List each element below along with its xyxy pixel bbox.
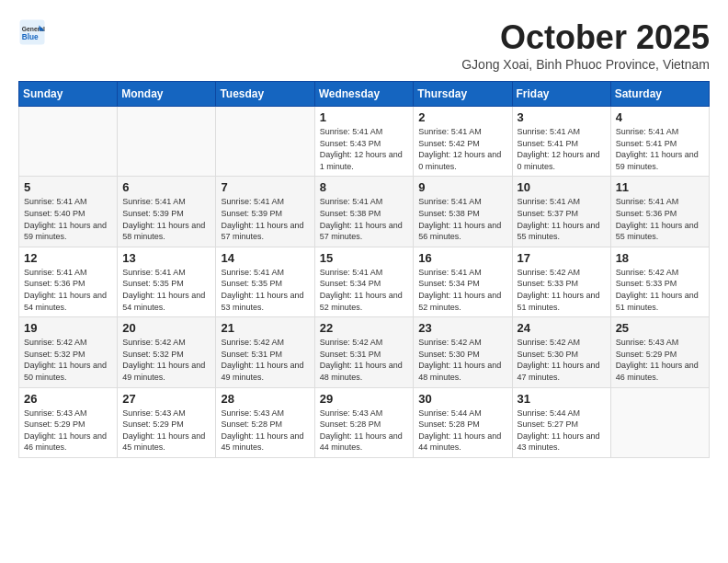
calendar-cell: 14Sunrise: 5:41 AM Sunset: 5:35 PM Dayli… — [216, 247, 314, 316]
day-number: 2 — [418, 110, 506, 124]
calendar-cell: 22Sunrise: 5:42 AM Sunset: 5:31 PM Dayli… — [314, 317, 414, 387]
weekday-header: Sunday — [19, 82, 118, 107]
day-number: 6 — [122, 180, 210, 194]
day-info: Sunrise: 5:43 AM Sunset: 5:29 PM Dayligh… — [24, 408, 112, 454]
weekday-header: Monday — [118, 82, 216, 107]
calendar-cell: 18Sunrise: 5:42 AM Sunset: 5:33 PM Dayli… — [610, 247, 709, 316]
day-number: 12 — [24, 251, 112, 265]
calendar-cell: 7Sunrise: 5:41 AM Sunset: 5:39 PM Daylig… — [216, 177, 314, 247]
calendar-cell: 5Sunrise: 5:41 AM Sunset: 5:40 PM Daylig… — [19, 177, 118, 247]
day-number: 8 — [320, 180, 409, 194]
calendar-cell — [216, 107, 314, 177]
calendar-cell: 20Sunrise: 5:42 AM Sunset: 5:32 PM Dayli… — [118, 317, 216, 387]
day-number: 9 — [418, 180, 506, 194]
day-info: Sunrise: 5:42 AM Sunset: 5:30 PM Dayligh… — [518, 337, 606, 383]
day-info: Sunrise: 5:41 AM Sunset: 5:35 PM Dayligh… — [122, 267, 210, 313]
day-number: 10 — [518, 180, 606, 194]
weekday-header: Tuesday — [216, 82, 314, 107]
calendar-cell: 8Sunrise: 5:41 AM Sunset: 5:38 PM Daylig… — [314, 177, 414, 247]
day-number: 24 — [518, 321, 606, 335]
day-info: Sunrise: 5:41 AM Sunset: 5:36 PM Dayligh… — [616, 196, 704, 242]
calendar-cell: 3Sunrise: 5:41 AM Sunset: 5:41 PM Daylig… — [512, 107, 610, 177]
calendar-cell — [19, 107, 118, 177]
calendar-cell: 15Sunrise: 5:41 AM Sunset: 5:34 PM Dayli… — [314, 247, 414, 316]
day-number: 22 — [320, 321, 409, 335]
calendar-cell: 12Sunrise: 5:41 AM Sunset: 5:36 PM Dayli… — [19, 247, 118, 316]
day-number: 17 — [518, 251, 606, 265]
day-number: 25 — [616, 321, 704, 335]
day-info: Sunrise: 5:41 AM Sunset: 5:36 PM Dayligh… — [24, 267, 112, 313]
calendar-cell: 16Sunrise: 5:41 AM Sunset: 5:34 PM Dayli… — [414, 247, 512, 316]
day-number: 1 — [320, 110, 409, 124]
day-info: Sunrise: 5:42 AM Sunset: 5:30 PM Dayligh… — [418, 337, 506, 383]
day-info: Sunrise: 5:43 AM Sunset: 5:29 PM Dayligh… — [122, 408, 210, 454]
calendar-cell — [610, 387, 709, 457]
calendar-week-row: 12Sunrise: 5:41 AM Sunset: 5:36 PM Dayli… — [19, 247, 710, 316]
day-info: Sunrise: 5:41 AM Sunset: 5:42 PM Dayligh… — [418, 126, 506, 172]
calendar-cell: 23Sunrise: 5:42 AM Sunset: 5:30 PM Dayli… — [414, 317, 512, 387]
day-info: Sunrise: 5:41 AM Sunset: 5:39 PM Dayligh… — [122, 196, 210, 242]
calendar-cell: 26Sunrise: 5:43 AM Sunset: 5:29 PM Dayli… — [19, 387, 118, 457]
day-number: 28 — [221, 392, 309, 406]
day-info: Sunrise: 5:42 AM Sunset: 5:31 PM Dayligh… — [320, 337, 409, 383]
day-number: 13 — [122, 251, 210, 265]
weekday-header: Saturday — [610, 82, 709, 107]
day-number: 15 — [320, 251, 409, 265]
title-area: October 2025 GJong Xoai, Binh Phuoc Prov… — [461, 18, 710, 72]
day-info: Sunrise: 5:41 AM Sunset: 5:38 PM Dayligh… — [418, 196, 506, 242]
calendar-week-row: 1Sunrise: 5:41 AM Sunset: 5:43 PM Daylig… — [19, 107, 710, 177]
day-info: Sunrise: 5:41 AM Sunset: 5:40 PM Dayligh… — [24, 196, 112, 242]
day-number: 21 — [221, 321, 309, 335]
calendar-cell: 19Sunrise: 5:42 AM Sunset: 5:32 PM Dayli… — [19, 317, 118, 387]
day-info: Sunrise: 5:42 AM Sunset: 5:32 PM Dayligh… — [122, 337, 210, 383]
calendar-cell: 30Sunrise: 5:44 AM Sunset: 5:28 PM Dayli… — [414, 387, 512, 457]
calendar-week-row: 26Sunrise: 5:43 AM Sunset: 5:29 PM Dayli… — [19, 387, 710, 457]
day-number: 4 — [616, 110, 704, 124]
calendar-cell: 21Sunrise: 5:42 AM Sunset: 5:31 PM Dayli… — [216, 317, 314, 387]
day-number: 20 — [122, 321, 210, 335]
day-info: Sunrise: 5:42 AM Sunset: 5:33 PM Dayligh… — [518, 267, 606, 313]
day-number: 14 — [221, 251, 309, 265]
day-info: Sunrise: 5:42 AM Sunset: 5:31 PM Dayligh… — [221, 337, 309, 383]
day-number: 11 — [616, 180, 704, 194]
calendar-cell: 27Sunrise: 5:43 AM Sunset: 5:29 PM Dayli… — [118, 387, 216, 457]
day-info: Sunrise: 5:44 AM Sunset: 5:27 PM Dayligh… — [518, 408, 606, 454]
calendar-cell: 9Sunrise: 5:41 AM Sunset: 5:38 PM Daylig… — [414, 177, 512, 247]
day-number: 29 — [320, 392, 409, 406]
day-info: Sunrise: 5:41 AM Sunset: 5:39 PM Dayligh… — [221, 196, 309, 242]
day-number: 19 — [24, 321, 112, 335]
day-info: Sunrise: 5:41 AM Sunset: 5:34 PM Dayligh… — [418, 267, 506, 313]
calendar-cell: 6Sunrise: 5:41 AM Sunset: 5:39 PM Daylig… — [118, 177, 216, 247]
day-info: Sunrise: 5:41 AM Sunset: 5:38 PM Dayligh… — [320, 196, 409, 242]
day-number: 3 — [518, 110, 606, 124]
day-number: 5 — [24, 180, 112, 194]
day-info: Sunrise: 5:43 AM Sunset: 5:29 PM Dayligh… — [616, 337, 704, 383]
weekday-header: Thursday — [414, 82, 512, 107]
calendar-cell — [118, 107, 216, 177]
day-number: 30 — [418, 392, 506, 406]
day-info: Sunrise: 5:41 AM Sunset: 5:41 PM Dayligh… — [518, 126, 606, 172]
day-number: 16 — [418, 251, 506, 265]
day-number: 7 — [221, 180, 309, 194]
calendar-cell: 1Sunrise: 5:41 AM Sunset: 5:43 PM Daylig… — [314, 107, 414, 177]
calendar-cell: 11Sunrise: 5:41 AM Sunset: 5:36 PM Dayli… — [610, 177, 709, 247]
day-number: 26 — [24, 392, 112, 406]
weekday-header: Friday — [512, 82, 610, 107]
logo-icon: General Blue — [18, 18, 46, 46]
day-number: 31 — [518, 392, 606, 406]
day-number: 27 — [122, 392, 210, 406]
calendar-table: SundayMondayTuesdayWednesdayThursdayFrid… — [18, 81, 710, 458]
svg-text:Blue: Blue — [22, 33, 39, 41]
month-title: October 2025 — [461, 18, 710, 57]
calendar-cell: 31Sunrise: 5:44 AM Sunset: 5:27 PM Dayli… — [512, 387, 610, 457]
calendar-cell: 10Sunrise: 5:41 AM Sunset: 5:37 PM Dayli… — [512, 177, 610, 247]
day-info: Sunrise: 5:43 AM Sunset: 5:28 PM Dayligh… — [221, 408, 309, 454]
day-info: Sunrise: 5:41 AM Sunset: 5:37 PM Dayligh… — [518, 196, 606, 242]
calendar-cell: 24Sunrise: 5:42 AM Sunset: 5:30 PM Dayli… — [512, 317, 610, 387]
day-info: Sunrise: 5:42 AM Sunset: 5:32 PM Dayligh… — [24, 337, 112, 383]
calendar-header-row: SundayMondayTuesdayWednesdayThursdayFrid… — [19, 82, 710, 107]
calendar-cell: 2Sunrise: 5:41 AM Sunset: 5:42 PM Daylig… — [414, 107, 512, 177]
calendar-week-row: 5Sunrise: 5:41 AM Sunset: 5:40 PM Daylig… — [19, 177, 710, 247]
calendar-cell: 28Sunrise: 5:43 AM Sunset: 5:28 PM Dayli… — [216, 387, 314, 457]
calendar-cell: 4Sunrise: 5:41 AM Sunset: 5:41 PM Daylig… — [610, 107, 709, 177]
